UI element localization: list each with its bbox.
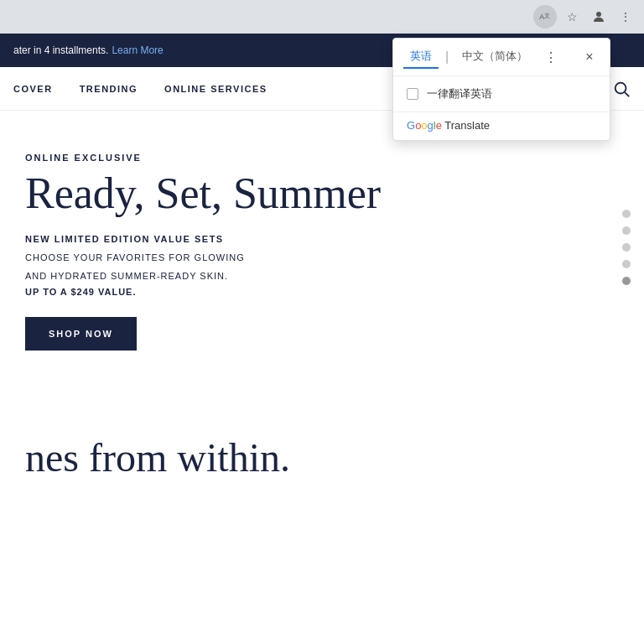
translate-chrome-button[interactable]: A 文 bbox=[533, 5, 557, 29]
svg-point-2 bbox=[596, 12, 601, 17]
nav-link-trending[interactable]: TRENDING bbox=[80, 84, 138, 94]
translate-popup: 英语 | 中文（简体） ⋮ × 一律翻译英语 Google Translate bbox=[392, 38, 610, 141]
bookmark-star-button[interactable]: ☆ bbox=[560, 5, 584, 29]
hero-title: Ready, Set, Summer bbox=[25, 169, 619, 217]
translate-option-label: 一律翻译英语 bbox=[427, 86, 492, 101]
star-icon: ☆ bbox=[567, 10, 578, 23]
translate-always-checkbox[interactable] bbox=[407, 88, 418, 100]
google-translate-label: Google Translate bbox=[407, 119, 490, 132]
teaser-section: nes from within. bbox=[0, 384, 644, 480]
hero-subtitle: NEW LIMITED EDITION VALUE SETS bbox=[25, 234, 619, 244]
nav-links: COVER TRENDING ONLINE SERVICES bbox=[13, 84, 267, 94]
translate-more-button[interactable]: ⋮ bbox=[544, 49, 558, 65]
search-icon bbox=[612, 80, 631, 98]
dot-4[interactable] bbox=[622, 260, 631, 268]
translate-footer: Google Translate bbox=[393, 112, 610, 140]
hero-desc-line2: AND HYDRATED SUMMER-READY SKIN. bbox=[25, 269, 619, 284]
dot-5-active[interactable] bbox=[622, 277, 631, 285]
chrome-toolbar: A 文 ☆ ⋮ bbox=[0, 0, 644, 34]
hero-section: ONLINE EXCLUSIVE Ready, Set, Summer NEW … bbox=[0, 111, 644, 384]
dot-2[interactable] bbox=[622, 226, 631, 235]
svg-line-4 bbox=[625, 92, 629, 96]
hero-badge: ONLINE EXCLUSIVE bbox=[25, 153, 619, 163]
nav-link-cover[interactable]: COVER bbox=[13, 84, 53, 94]
promo-text: ater in 4 installments. bbox=[13, 44, 108, 56]
nav-link-online-services[interactable]: ONLINE SERVICES bbox=[164, 84, 267, 94]
translate-tab-separator: | bbox=[445, 49, 449, 65]
search-icon-wrap[interactable] bbox=[612, 80, 631, 98]
account-button[interactable] bbox=[587, 5, 610, 29]
hero-value: UP TO A $249 VALUE. bbox=[25, 287, 619, 297]
hero-desc-line1: CHOOSE YOUR FAVORITES FOR GLOWING bbox=[25, 251, 619, 266]
chrome-menu-button[interactable]: ⋮ bbox=[614, 5, 637, 29]
dot-1[interactable] bbox=[622, 210, 631, 218]
translate-popup-body: 一律翻译英语 bbox=[393, 76, 610, 112]
menu-icon: ⋮ bbox=[620, 10, 631, 23]
teaser-text: nes from within. bbox=[25, 434, 619, 480]
carousel-dots bbox=[622, 210, 631, 285]
translate-tab-english[interactable]: 英语 bbox=[403, 45, 439, 69]
translate-tab-chinese[interactable]: 中文（简体） bbox=[455, 45, 534, 69]
shop-now-button[interactable]: SHOP NOW bbox=[25, 317, 137, 351]
translate-close-button[interactable]: × bbox=[579, 47, 600, 67]
dot-3[interactable] bbox=[622, 243, 631, 252]
svg-text:文: 文 bbox=[544, 13, 550, 18]
svg-point-3 bbox=[615, 82, 626, 93]
learn-more-link[interactable]: Learn More bbox=[112, 44, 163, 56]
translate-popup-header: 英语 | 中文（简体） ⋮ × bbox=[393, 39, 610, 76]
